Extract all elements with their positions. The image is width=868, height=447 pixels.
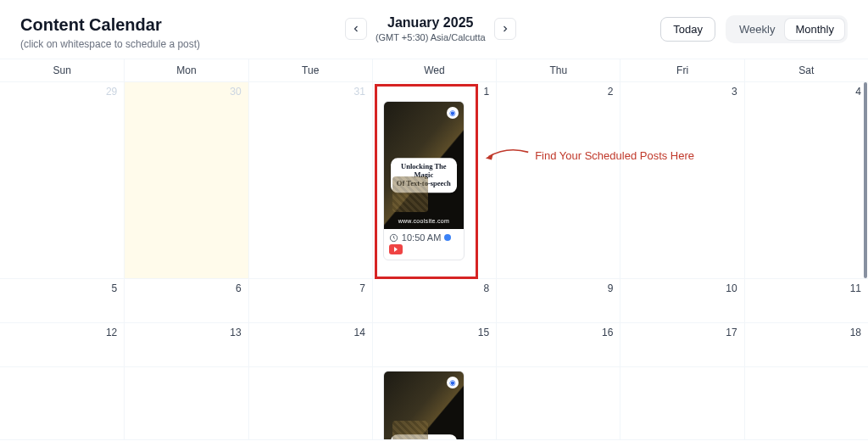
view-monthly[interactable]: Monthly	[785, 19, 844, 40]
day-number: 8	[483, 282, 489, 294]
post-card[interactable]: ◉ Unlocking The Magic	[383, 371, 465, 440]
day-number: 11	[850, 282, 861, 294]
weekday-label: Sat	[744, 59, 868, 81]
view-toggle: Weekly Monthly	[726, 15, 848, 43]
day-cell[interactable]: 7	[248, 279, 372, 323]
weekday-label: Thu	[496, 59, 620, 81]
day-cell[interactable]	[124, 367, 248, 440]
scrollbar[interactable]	[864, 82, 867, 278]
post-meta: 10:50 AM	[384, 229, 464, 244]
day-number: 14	[353, 327, 364, 338]
chevron-left-icon	[351, 24, 361, 34]
day-cell[interactable]	[496, 367, 620, 440]
clock-icon	[389, 233, 398, 243]
day-cell[interactable]: 16	[496, 323, 620, 367]
day-cell[interactable]	[0, 367, 124, 440]
day-cell[interactable]	[744, 367, 868, 440]
day-number: 17	[726, 327, 737, 338]
weekday-label: Sun	[0, 59, 124, 81]
view-weekly[interactable]: Weekly	[729, 19, 785, 40]
day-number: 5	[112, 282, 118, 294]
page-title: Content Calendar	[20, 15, 200, 35]
day-cell[interactable]: 2	[496, 82, 620, 279]
day-cell[interactable]: 15	[372, 323, 496, 367]
day-cell[interactable]: 11	[744, 279, 868, 323]
day-cell[interactable]	[620, 367, 743, 440]
arrow-icon	[484, 147, 530, 164]
post-card[interactable]: ◉ Unlocking The Magic Of Text-to-speech …	[383, 101, 465, 260]
prev-month-button[interactable]	[345, 18, 367, 40]
day-number: 2	[608, 86, 614, 98]
header-left: Content Calendar (click on whitespace to…	[20, 15, 200, 50]
day-cell[interactable]: 14	[248, 323, 372, 367]
next-month-button[interactable]	[494, 18, 516, 40]
day-cell[interactable]: 18	[744, 323, 868, 367]
post-caption: Unlocking The Magic Of Text-to-speech	[391, 158, 457, 193]
callout-text: Find Your Scheduled Posts Here	[535, 149, 694, 162]
platform-icon: ◉	[447, 377, 459, 388]
day-cell[interactable]: 6	[124, 279, 248, 323]
day-cell[interactable]: 9	[496, 279, 620, 323]
day-number: 13	[230, 327, 241, 338]
post-thumbnail: ◉ Unlocking The Magic	[384, 372, 464, 440]
day-number: 31	[353, 86, 364, 98]
month-block: January 2025 (GMT +5:30) Asia/Calcutta	[376, 15, 486, 42]
day-number: 29	[106, 86, 117, 98]
day-number: 30	[230, 86, 241, 98]
youtube-icon	[389, 244, 403, 254]
weekday-label: Mon	[124, 59, 248, 81]
day-cell[interactable]: 17	[620, 323, 743, 367]
calendar: Sun Mon Tue Wed Thu Fri Sat 29 30 31 1 ◉…	[0, 59, 868, 440]
caption-line: Unlocking The Magic	[401, 162, 446, 179]
header-right: Today Weekly Monthly	[660, 15, 848, 43]
post-site: www.coolsite.com	[384, 218, 464, 224]
post-thumbnail: ◉ Unlocking The Magic Of Text-to-speech …	[384, 102, 464, 229]
day-number: 16	[602, 327, 613, 338]
day-number: 15	[478, 327, 489, 338]
post-time: 10:50 AM	[402, 232, 441, 243]
day-cell[interactable]: 29	[0, 82, 124, 279]
day-number: 18	[850, 327, 861, 338]
chevron-right-icon	[500, 24, 510, 34]
caption-line: Of Text-to-speech	[397, 179, 451, 187]
day-cell[interactable]: 10	[620, 279, 743, 323]
day-cell[interactable]: 13	[124, 323, 248, 367]
legend: Scheduled Draft Failed Published Rejecte…	[0, 440, 868, 447]
day-number: 12	[106, 327, 117, 338]
day-cell[interactable]: 3	[620, 82, 743, 279]
today-button[interactable]: Today	[660, 17, 715, 42]
week-row: ◉ Unlocking The Magic	[0, 367, 868, 440]
page-subtitle: (click on whitespace to schedule a post)	[20, 38, 200, 50]
day-cell[interactable]: 5	[0, 279, 124, 323]
day-cell[interactable]: 12	[0, 323, 124, 367]
day-cell[interactable]: 31	[248, 82, 372, 279]
weekday-header: Sun Mon Tue Wed Thu Fri Sat	[0, 59, 868, 82]
day-cell[interactable]: 8	[372, 279, 496, 323]
day-cell[interactable]: 4	[744, 82, 868, 279]
week-row: 5 6 7 8 9 10 11	[0, 279, 868, 323]
weekday-label: Wed	[372, 59, 496, 81]
day-number: 1	[483, 86, 489, 98]
day-cell[interactable]: 1 ◉ Unlocking The Magic Of Text-to-speec…	[372, 82, 496, 279]
platform-icon: ◉	[447, 107, 459, 119]
month-nav: January 2025 (GMT +5:30) Asia/Calcutta	[345, 15, 516, 42]
weekday-label: Tue	[248, 59, 372, 81]
annotation-callout: Find Your Scheduled Posts Here	[484, 147, 694, 164]
caption-line: Unlocking The Magic	[401, 439, 446, 440]
day-number: 3	[732, 86, 737, 98]
day-cell[interactable]: 30	[124, 82, 248, 279]
week-row: 29 30 31 1 ◉ Unlocking The Magic Of Text…	[0, 82, 868, 279]
post-channels	[384, 244, 464, 260]
day-cell[interactable]: ◉ Unlocking The Magic	[372, 367, 496, 440]
header: Content Calendar (click on whitespace to…	[0, 0, 868, 59]
day-number: 10	[726, 282, 737, 294]
day-number: 9	[608, 282, 614, 294]
status-dot	[444, 234, 451, 241]
day-number: 6	[236, 282, 242, 294]
week-row: 12 13 14 15 16 17 18	[0, 323, 868, 367]
day-number: 7	[359, 282, 365, 294]
weekday-label: Fri	[620, 59, 743, 81]
day-number: 4	[855, 86, 861, 98]
timezone-label: (GMT +5:30) Asia/Calcutta	[376, 32, 486, 42]
day-cell[interactable]	[248, 367, 372, 440]
